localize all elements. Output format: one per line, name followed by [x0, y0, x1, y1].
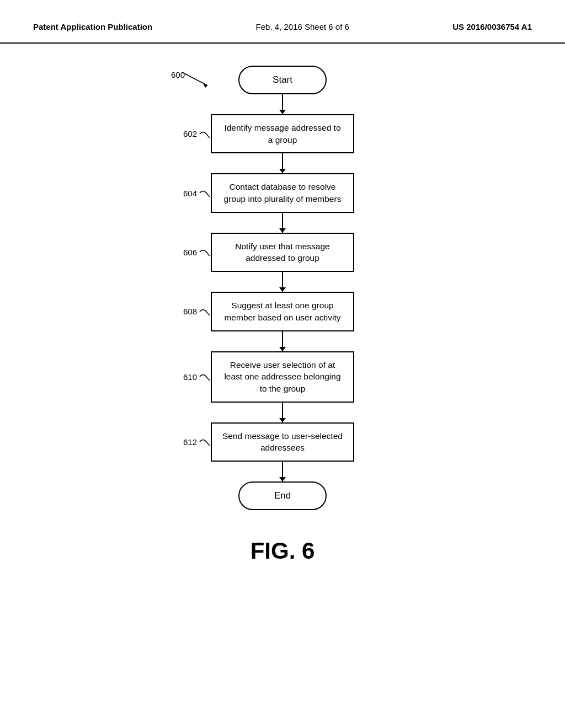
- label-612-number: 612: [183, 437, 197, 447]
- page-header: Patent Application Publication Feb. 4, 2…: [0, 0, 565, 44]
- flowchart: 600 Start 602: [117, 66, 448, 510]
- end-label: End: [274, 490, 291, 501]
- step-610-row: 610 Receive user selection of at least o…: [117, 351, 448, 403]
- patent-page: Patent Application Publication Feb. 4, 2…: [0, 0, 565, 728]
- arrow-604-606: [282, 213, 283, 233]
- step-610-text: Receive user selection of at least one a…: [221, 359, 344, 395]
- arrow-606-608: [282, 272, 283, 292]
- step-612-row: 612 Send message to user-selected addres…: [117, 422, 448, 462]
- arrow-600-svg: [181, 71, 210, 88]
- end-node: End: [238, 481, 327, 510]
- step-610-box: Receive user selection of at least one a…: [211, 351, 354, 403]
- label-600: 600: [171, 70, 185, 79]
- step-612-text: Send message to user-selected addressees: [221, 430, 344, 454]
- svg-line-0: [182, 72, 207, 85]
- arrow-602-604: [282, 153, 283, 173]
- step-608-text: Suggest at least one group member based …: [221, 299, 344, 323]
- label-602: 602: [183, 129, 211, 139]
- header-patent-number: US 2016/0036754 A1: [452, 22, 532, 31]
- label-612: 612: [183, 437, 211, 447]
- step-606-row: 606 Notify user that message addressed t…: [117, 233, 448, 272]
- diagram-area: 600 Start 602: [0, 44, 565, 581]
- header-publication-label: Patent Application Publication: [33, 22, 152, 31]
- step-604-box: Contact database to resolve group into p…: [211, 173, 354, 212]
- start-wrapper: 600 Start: [117, 66, 448, 94]
- arrow-608-610: [282, 331, 283, 351]
- check-606-svg: [199, 247, 211, 257]
- label-602-number: 602: [183, 129, 197, 138]
- arrow-610-612: [282, 403, 283, 422]
- check-602-svg: [199, 129, 211, 139]
- arrow-start-602: [282, 94, 283, 114]
- label-608-number: 608: [183, 307, 197, 316]
- label-606: 606: [183, 247, 211, 257]
- label-610: 610: [183, 372, 211, 382]
- header-date-sheet: Feb. 4, 2016 Sheet 6 of 6: [256, 22, 349, 31]
- check-612-svg: [199, 437, 211, 447]
- label-604-number: 604: [183, 189, 197, 198]
- start-node: Start: [238, 66, 327, 94]
- label-604: 604: [183, 188, 211, 198]
- step-602-row: 602 Identify message addressed to a grou…: [117, 114, 448, 153]
- step-608-box: Suggest at least one group member based …: [211, 292, 354, 331]
- step-602-text: Identify message addressed to a group: [221, 122, 344, 146]
- step-612-box: Send message to user-selected addressees: [211, 422, 354, 462]
- step-606-box: Notify user that message addressed to gr…: [211, 233, 354, 272]
- arrow-612-end: [282, 462, 283, 481]
- step-604-row: 604 Contact database to resolve group in…: [117, 173, 448, 212]
- step-602-box: Identify message addressed to a group: [211, 114, 354, 153]
- step-604-text: Contact database to resolve group into p…: [221, 181, 344, 205]
- figure-caption: FIG. 6: [250, 538, 315, 564]
- step-608-row: 608 Suggest at least one group member ba…: [117, 292, 448, 331]
- check-608-svg: [199, 307, 211, 317]
- step-606-text: Notify user that message addressed to gr…: [221, 240, 344, 264]
- label-608: 608: [183, 307, 211, 317]
- label-606-number: 606: [183, 248, 197, 257]
- check-604-svg: [199, 188, 211, 198]
- check-610-svg: [199, 372, 211, 382]
- start-label: Start: [273, 74, 292, 85]
- label-610-number: 610: [183, 372, 197, 382]
